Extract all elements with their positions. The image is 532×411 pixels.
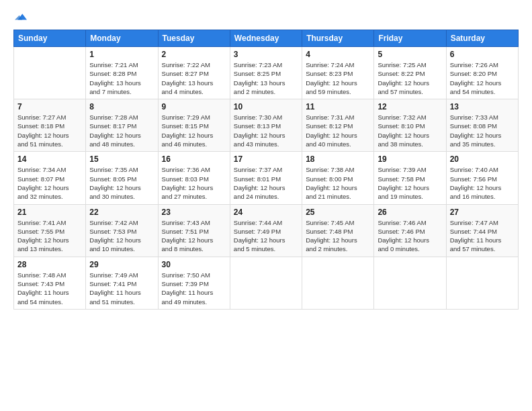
- day-info: Sunrise: 7:35 AM Sunset: 8:05 PM Dayligh…: [89, 165, 154, 201]
- day-info: Sunrise: 7:42 AM Sunset: 7:53 PM Dayligh…: [89, 218, 154, 254]
- calendar-cell: 23Sunrise: 7:43 AM Sunset: 7:51 PM Dayli…: [158, 204, 230, 257]
- calendar-cell: 29Sunrise: 7:49 AM Sunset: 7:41 PM Dayli…: [86, 257, 158, 309]
- day-number: 8: [89, 102, 154, 111]
- calendar-cell: 18Sunrise: 7:38 AM Sunset: 8:00 PM Dayli…: [302, 152, 374, 204]
- day-number: 13: [450, 102, 515, 111]
- day-info: Sunrise: 7:39 AM Sunset: 7:58 PM Dayligh…: [378, 165, 442, 201]
- calendar-cell: [374, 257, 446, 309]
- day-info: Sunrise: 7:44 AM Sunset: 7:49 PM Dayligh…: [234, 218, 298, 254]
- calendar-cell: 4Sunrise: 7:24 AM Sunset: 8:23 PM Daylig…: [302, 47, 374, 99]
- calendar-cell: [446, 257, 518, 309]
- day-info: Sunrise: 7:37 AM Sunset: 8:01 PM Dayligh…: [234, 165, 298, 201]
- calendar-cell: 13Sunrise: 7:33 AM Sunset: 8:08 PM Dayli…: [446, 99, 518, 152]
- day-number: 25: [306, 208, 370, 217]
- day-number: 17: [234, 154, 298, 164]
- calendar-cell: 6Sunrise: 7:26 AM Sunset: 8:20 PM Daylig…: [446, 47, 518, 99]
- day-number: 5: [378, 50, 442, 59]
- calendar-header-sunday: Sunday: [14, 30, 86, 47]
- day-number: 27: [450, 208, 515, 217]
- day-info: Sunrise: 7:46 AM Sunset: 7:46 PM Dayligh…: [378, 218, 442, 254]
- calendar-week-1: 1Sunrise: 7:21 AM Sunset: 8:28 PM Daylig…: [14, 47, 519, 99]
- day-info: Sunrise: 7:36 AM Sunset: 8:03 PM Dayligh…: [162, 165, 226, 201]
- calendar-cell: 3Sunrise: 7:23 AM Sunset: 8:25 PM Daylig…: [230, 47, 302, 99]
- calendar-header-row: SundayMondayTuesdayWednesdayThursdayFrid…: [14, 30, 519, 47]
- day-info: Sunrise: 7:41 AM Sunset: 7:55 PM Dayligh…: [17, 218, 82, 254]
- calendar-cell: 28Sunrise: 7:48 AM Sunset: 7:43 PM Dayli…: [14, 257, 86, 309]
- day-number: 15: [89, 154, 154, 164]
- calendar-cell: 25Sunrise: 7:45 AM Sunset: 7:48 PM Dayli…: [302, 204, 374, 257]
- calendar-cell: 22Sunrise: 7:42 AM Sunset: 7:53 PM Dayli…: [86, 204, 158, 257]
- day-number: 16: [162, 154, 226, 164]
- calendar-cell: 27Sunrise: 7:47 AM Sunset: 7:44 PM Dayli…: [446, 204, 518, 257]
- day-number: 22: [89, 208, 154, 217]
- day-number: 9: [162, 102, 226, 111]
- day-info: Sunrise: 7:45 AM Sunset: 7:48 PM Dayligh…: [306, 218, 370, 254]
- calendar-cell: 14Sunrise: 7:34 AM Sunset: 8:07 PM Dayli…: [14, 152, 86, 204]
- day-number: 12: [378, 102, 442, 111]
- day-info: Sunrise: 7:26 AM Sunset: 8:20 PM Dayligh…: [450, 60, 515, 96]
- day-info: Sunrise: 7:40 AM Sunset: 7:56 PM Dayligh…: [450, 165, 515, 201]
- calendar-cell: 19Sunrise: 7:39 AM Sunset: 7:58 PM Dayli…: [374, 152, 446, 204]
- day-info: Sunrise: 7:27 AM Sunset: 8:18 PM Dayligh…: [17, 113, 82, 148]
- day-info: Sunrise: 7:21 AM Sunset: 8:28 PM Dayligh…: [89, 60, 154, 96]
- calendar-cell: 30Sunrise: 7:50 AM Sunset: 7:39 PM Dayli…: [158, 257, 230, 309]
- day-number: 10: [234, 102, 298, 111]
- calendar-cell: [230, 257, 302, 309]
- day-info: Sunrise: 7:38 AM Sunset: 8:00 PM Dayligh…: [306, 165, 370, 201]
- calendar-cell: 15Sunrise: 7:35 AM Sunset: 8:05 PM Dayli…: [86, 152, 158, 204]
- calendar-cell: 12Sunrise: 7:32 AM Sunset: 8:10 PM Dayli…: [374, 99, 446, 152]
- day-number: 20: [450, 154, 515, 164]
- day-info: Sunrise: 7:24 AM Sunset: 8:23 PM Dayligh…: [306, 60, 370, 96]
- calendar-week-5: 28Sunrise: 7:48 AM Sunset: 7:43 PM Dayli…: [14, 257, 519, 309]
- calendar-week-2: 7Sunrise: 7:27 AM Sunset: 8:18 PM Daylig…: [14, 99, 519, 152]
- day-number: 24: [234, 208, 298, 217]
- calendar-header-wednesday: Wednesday: [230, 30, 302, 47]
- calendar-header-tuesday: Tuesday: [158, 30, 230, 47]
- day-info: Sunrise: 7:23 AM Sunset: 8:25 PM Dayligh…: [234, 60, 298, 96]
- calendar-cell: 26Sunrise: 7:46 AM Sunset: 7:46 PM Dayli…: [374, 204, 446, 257]
- calendar-cell: [302, 257, 374, 309]
- day-number: 19: [378, 154, 442, 164]
- day-info: Sunrise: 7:47 AM Sunset: 7:44 PM Dayligh…: [450, 218, 515, 254]
- day-info: Sunrise: 7:31 AM Sunset: 8:12 PM Dayligh…: [306, 113, 370, 148]
- calendar-week-4: 21Sunrise: 7:41 AM Sunset: 7:55 PM Dayli…: [14, 204, 519, 257]
- day-number: 3: [234, 50, 298, 59]
- day-number: 23: [162, 208, 226, 217]
- calendar-cell: 9Sunrise: 7:29 AM Sunset: 8:15 PM Daylig…: [158, 99, 230, 152]
- day-number: 14: [17, 154, 82, 164]
- day-number: 29: [89, 260, 154, 269]
- day-number: 1: [89, 50, 154, 59]
- calendar-cell: 8Sunrise: 7:28 AM Sunset: 8:17 PM Daylig…: [86, 99, 158, 152]
- logo-icon: [15, 11, 27, 23]
- day-number: 4: [306, 50, 370, 59]
- day-info: Sunrise: 7:34 AM Sunset: 8:07 PM Dayligh…: [17, 165, 82, 201]
- day-number: 30: [162, 260, 226, 269]
- day-number: 26: [378, 208, 442, 217]
- calendar-cell: 10Sunrise: 7:30 AM Sunset: 8:13 PM Dayli…: [230, 99, 302, 152]
- calendar-cell: 17Sunrise: 7:37 AM Sunset: 8:01 PM Dayli…: [230, 152, 302, 204]
- calendar-cell: 20Sunrise: 7:40 AM Sunset: 7:56 PM Dayli…: [446, 152, 518, 204]
- day-number: 11: [306, 102, 370, 111]
- logo: [13, 12, 27, 23]
- day-info: Sunrise: 7:22 AM Sunset: 8:27 PM Dayligh…: [162, 60, 226, 96]
- calendar-header-thursday: Thursday: [302, 30, 374, 47]
- day-number: 18: [306, 154, 370, 164]
- day-info: Sunrise: 7:33 AM Sunset: 8:08 PM Dayligh…: [450, 113, 515, 148]
- day-info: Sunrise: 7:49 AM Sunset: 7:41 PM Dayligh…: [89, 271, 154, 306]
- calendar-cell: 21Sunrise: 7:41 AM Sunset: 7:55 PM Dayli…: [14, 204, 86, 257]
- calendar-cell: 16Sunrise: 7:36 AM Sunset: 8:03 PM Dayli…: [158, 152, 230, 204]
- calendar-header-monday: Monday: [86, 30, 158, 47]
- calendar-cell: 7Sunrise: 7:27 AM Sunset: 8:18 PM Daylig…: [14, 99, 86, 152]
- calendar-cell: [14, 47, 86, 99]
- day-number: 7: [17, 102, 82, 111]
- calendar-cell: 11Sunrise: 7:31 AM Sunset: 8:12 PM Dayli…: [302, 99, 374, 152]
- calendar-cell: 1Sunrise: 7:21 AM Sunset: 8:28 PM Daylig…: [86, 47, 158, 99]
- calendar-cell: 5Sunrise: 7:25 AM Sunset: 8:22 PM Daylig…: [374, 47, 446, 99]
- day-info: Sunrise: 7:32 AM Sunset: 8:10 PM Dayligh…: [378, 113, 442, 148]
- day-number: 2: [162, 50, 226, 59]
- day-info: Sunrise: 7:50 AM Sunset: 7:39 PM Dayligh…: [162, 271, 226, 306]
- calendar-cell: 24Sunrise: 7:44 AM Sunset: 7:49 PM Dayli…: [230, 204, 302, 257]
- day-number: 21: [17, 208, 82, 217]
- day-info: Sunrise: 7:30 AM Sunset: 8:13 PM Dayligh…: [234, 113, 298, 148]
- page: SundayMondayTuesdayWednesdayThursdayFrid…: [0, 0, 532, 411]
